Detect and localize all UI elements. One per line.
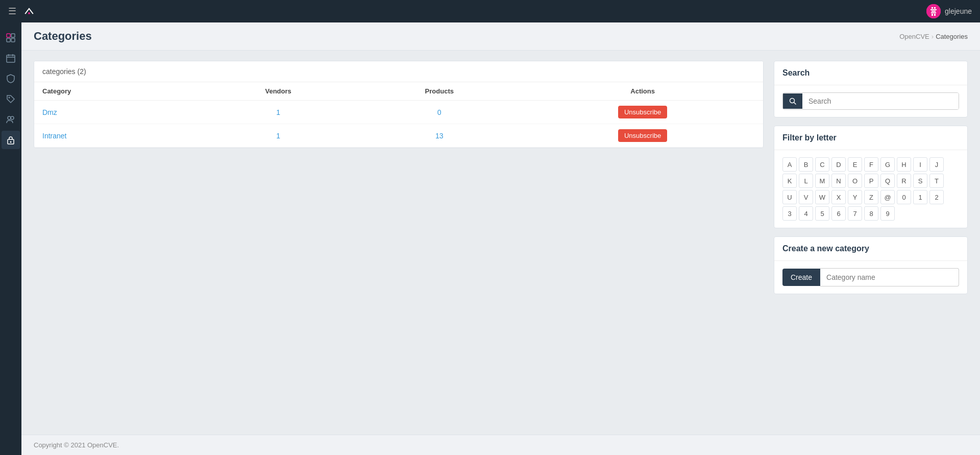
letter-filter-btn[interactable]: T	[929, 174, 944, 188]
letter-filter-btn[interactable]: J	[929, 157, 944, 172]
letter-filter-btn[interactable]: L	[799, 174, 813, 188]
svg-rect-8	[932, 14, 933, 16]
search-card: Search	[774, 61, 968, 117]
table-row: Dmz 1 0 Unsubscribe	[34, 101, 763, 124]
letter-filter-btn[interactable]: 4	[799, 206, 813, 221]
table-card: categories (2) Category Vendors Products…	[34, 61, 764, 148]
breadcrumb: OpenCVE › Categories	[899, 33, 968, 40]
col-actions: Actions	[522, 82, 763, 101]
letter-filter-btn[interactable]: 6	[831, 206, 846, 221]
svg-point-18	[9, 97, 10, 99]
footer: Copyright © 2021 OpenCVE.	[21, 435, 980, 455]
vendors-link[interactable]: 1	[276, 132, 280, 140]
letter-filter-btn[interactable]: U	[782, 190, 797, 204]
products-link[interactable]: 0	[437, 108, 442, 116]
search-icon	[789, 98, 796, 105]
letter-filter-btn[interactable]: X	[831, 190, 846, 204]
letter-filter-btn[interactable]: F	[864, 157, 878, 172]
sidebar-item-shield[interactable]	[2, 69, 20, 88]
letter-filter-btn[interactable]: 1	[913, 190, 927, 204]
copyright-text: Copyright © 2021 OpenCVE.	[34, 441, 119, 449]
svg-rect-10	[7, 34, 10, 37]
cell-category: Dmz	[34, 101, 200, 124]
letter-filter-btn[interactable]: C	[815, 157, 829, 172]
sidebar-item-lock[interactable]	[2, 131, 20, 149]
create-card: Create a new category Create	[774, 236, 968, 294]
products-link[interactable]: 13	[435, 132, 444, 140]
letter-filter-btn[interactable]: O	[848, 174, 862, 188]
letter-filter-btn[interactable]: M	[815, 174, 829, 188]
main-content: Categories OpenCVE › Categories categori…	[21, 22, 980, 455]
letter-filter-btn[interactable]: Z	[864, 190, 878, 204]
avatar	[926, 4, 941, 18]
letter-filter-btn[interactable]: 9	[880, 206, 895, 221]
search-card-body	[774, 85, 967, 117]
sidebar-item-dashboard[interactable]	[2, 29, 20, 47]
svg-rect-14	[7, 55, 15, 62]
letter-filter-btn[interactable]: N	[831, 174, 846, 188]
letter-filter-btn[interactable]: 0	[897, 190, 911, 204]
sidebar-item-group[interactable]	[2, 110, 20, 129]
sidebar	[0, 22, 21, 455]
search-input[interactable]	[802, 93, 959, 109]
menu-icon[interactable]: ☰	[8, 6, 16, 17]
vendors-link[interactable]: 1	[276, 108, 280, 116]
letter-filter-btn[interactable]: W	[815, 190, 829, 204]
cell-products: 13	[356, 124, 522, 148]
letter-filter-btn[interactable]: G	[880, 157, 895, 172]
letter-filter-btn[interactable]: Q	[880, 174, 895, 188]
svg-point-22	[10, 141, 12, 143]
letter-filter-btn[interactable]: E	[848, 157, 862, 172]
letter-filter-btn[interactable]: K	[782, 174, 797, 188]
letter-filter-btn[interactable]: Y	[848, 190, 862, 204]
letter-filter-btn[interactable]: 2	[929, 190, 944, 204]
letter-filter-btn[interactable]: R	[897, 174, 911, 188]
sidebar-item-tag[interactable]	[2, 90, 20, 108]
letter-filter-btn[interactable]: 8	[864, 206, 878, 221]
create-button[interactable]: Create	[782, 269, 820, 286]
letter-filter-btn[interactable]: S	[913, 174, 927, 188]
cell-category: Intranet	[34, 124, 200, 148]
letter-filter-btn[interactable]: @	[880, 190, 895, 204]
letter-filter-btn[interactable]: P	[864, 174, 878, 188]
letter-filter-btn[interactable]: A	[782, 157, 797, 172]
table-card-header: categories (2)	[34, 61, 763, 82]
filter-card-header: Filter by letter	[774, 126, 967, 150]
username-label: glejeune	[945, 7, 972, 15]
category-name-input[interactable]	[820, 268, 959, 286]
topbar-left: ☰	[8, 5, 36, 18]
col-category: Category	[34, 82, 200, 101]
letter-filter-btn[interactable]: 7	[848, 206, 862, 221]
letter-filter-btn[interactable]: H	[897, 157, 911, 172]
letter-filter-btn[interactable]: 5	[815, 206, 829, 221]
svg-rect-9	[934, 14, 936, 16]
category-link[interactable]: Intranet	[42, 132, 66, 140]
letter-filter-btn[interactable]: 3	[782, 206, 797, 221]
search-button[interactable]	[783, 93, 802, 109]
letter-filter-btn[interactable]: B	[799, 157, 813, 172]
create-row: Create	[782, 268, 959, 286]
unsubscribe-button[interactable]: Unsubscribe	[618, 129, 667, 142]
svg-rect-13	[11, 38, 15, 42]
svg-line-24	[794, 103, 796, 105]
category-link[interactable]: Dmz	[42, 108, 57, 116]
letter-grid: ABCDEFGHIJKLMNOPQRSTUVWXYZ@0123456789	[782, 157, 959, 221]
svg-rect-6	[932, 11, 936, 12]
letter-filter-btn[interactable]: D	[831, 157, 846, 172]
breadcrumb-parent[interactable]: OpenCVE	[899, 33, 929, 40]
app-logo	[22, 5, 36, 18]
sidebar-item-calendar[interactable]	[2, 49, 20, 67]
cell-vendors: 1	[200, 124, 356, 148]
svg-rect-5	[930, 9, 937, 10]
search-input-wrap	[782, 92, 959, 110]
letter-filter-btn[interactable]: V	[799, 190, 813, 204]
letter-filter-btn[interactable]: I	[913, 157, 927, 172]
page-header: Categories OpenCVE › Categories	[21, 22, 980, 51]
topbar: ☰ glejeune	[0, 0, 980, 22]
cell-products: 0	[356, 101, 522, 124]
table-row: Intranet 1 13 Unsubscribe	[34, 124, 763, 148]
unsubscribe-button[interactable]: Unsubscribe	[618, 106, 667, 118]
cell-vendors: 1	[200, 101, 356, 124]
table-header-row: Category Vendors Products Actions	[34, 82, 763, 101]
cell-actions: Unsubscribe	[522, 101, 763, 124]
